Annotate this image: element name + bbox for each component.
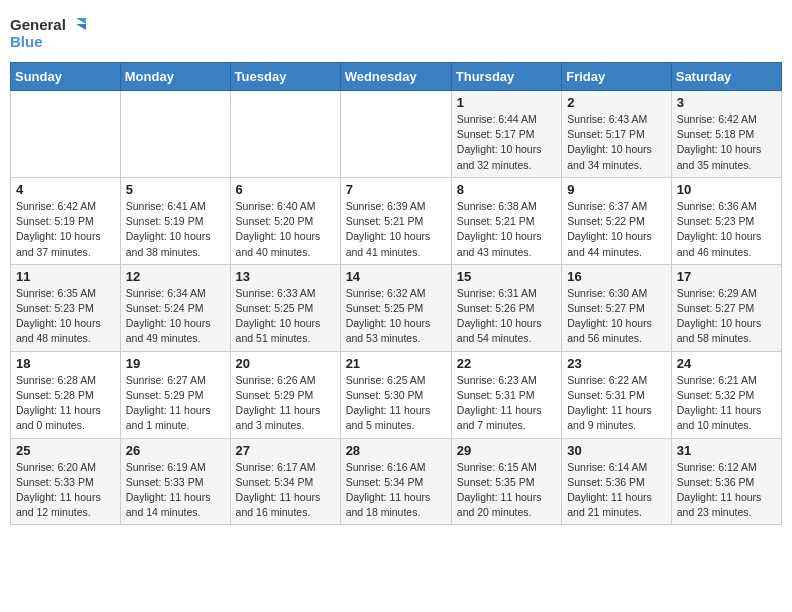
day-cell: 21Sunrise: 6:25 AM Sunset: 5:30 PM Dayli…: [340, 351, 451, 438]
week-row-4: 18Sunrise: 6:28 AM Sunset: 5:28 PM Dayli…: [11, 351, 782, 438]
day-number: 22: [457, 356, 556, 371]
day-cell: 11Sunrise: 6:35 AM Sunset: 5:23 PM Dayli…: [11, 264, 121, 351]
day-number: 3: [677, 95, 776, 110]
day-number: 12: [126, 269, 225, 284]
day-cell: 16Sunrise: 6:30 AM Sunset: 5:27 PM Dayli…: [562, 264, 672, 351]
day-cell: 27Sunrise: 6:17 AM Sunset: 5:34 PM Dayli…: [230, 438, 340, 525]
day-info: Sunrise: 6:21 AM Sunset: 5:32 PM Dayligh…: [677, 373, 776, 434]
day-number: 8: [457, 182, 556, 197]
day-cell: 3Sunrise: 6:42 AM Sunset: 5:18 PM Daylig…: [671, 91, 781, 178]
day-info: Sunrise: 6:14 AM Sunset: 5:36 PM Dayligh…: [567, 460, 666, 521]
day-cell: 2Sunrise: 6:43 AM Sunset: 5:17 PM Daylig…: [562, 91, 672, 178]
day-cell: 17Sunrise: 6:29 AM Sunset: 5:27 PM Dayli…: [671, 264, 781, 351]
day-number: 14: [346, 269, 446, 284]
day-number: 29: [457, 443, 556, 458]
day-info: Sunrise: 6:34 AM Sunset: 5:24 PM Dayligh…: [126, 286, 225, 347]
day-number: 28: [346, 443, 446, 458]
day-info: Sunrise: 6:16 AM Sunset: 5:34 PM Dayligh…: [346, 460, 446, 521]
day-info: Sunrise: 6:42 AM Sunset: 5:18 PM Dayligh…: [677, 112, 776, 173]
day-number: 24: [677, 356, 776, 371]
day-info: Sunrise: 6:22 AM Sunset: 5:31 PM Dayligh…: [567, 373, 666, 434]
day-number: 20: [236, 356, 335, 371]
day-info: Sunrise: 6:26 AM Sunset: 5:29 PM Dayligh…: [236, 373, 335, 434]
day-number: 27: [236, 443, 335, 458]
day-cell: 19Sunrise: 6:27 AM Sunset: 5:29 PM Dayli…: [120, 351, 230, 438]
week-row-2: 4Sunrise: 6:42 AM Sunset: 5:19 PM Daylig…: [11, 177, 782, 264]
day-number: 25: [16, 443, 115, 458]
day-info: Sunrise: 6:32 AM Sunset: 5:25 PM Dayligh…: [346, 286, 446, 347]
day-cell: 26Sunrise: 6:19 AM Sunset: 5:33 PM Dayli…: [120, 438, 230, 525]
day-number: 2: [567, 95, 666, 110]
day-number: 30: [567, 443, 666, 458]
day-cell: 8Sunrise: 6:38 AM Sunset: 5:21 PM Daylig…: [451, 177, 561, 264]
day-number: 19: [126, 356, 225, 371]
svg-text:Blue: Blue: [10, 33, 43, 50]
day-cell: [11, 91, 121, 178]
svg-marker-3: [76, 24, 86, 30]
day-number: 31: [677, 443, 776, 458]
day-number: 11: [16, 269, 115, 284]
logo-icon: General Blue: [10, 14, 90, 54]
day-info: Sunrise: 6:35 AM Sunset: 5:23 PM Dayligh…: [16, 286, 115, 347]
day-number: 15: [457, 269, 556, 284]
day-info: Sunrise: 6:25 AM Sunset: 5:30 PM Dayligh…: [346, 373, 446, 434]
day-info: Sunrise: 6:36 AM Sunset: 5:23 PM Dayligh…: [677, 199, 776, 260]
day-number: 5: [126, 182, 225, 197]
day-number: 4: [16, 182, 115, 197]
calendar-table: SundayMondayTuesdayWednesdayThursdayFrid…: [10, 62, 782, 525]
day-cell: 22Sunrise: 6:23 AM Sunset: 5:31 PM Dayli…: [451, 351, 561, 438]
day-cell: 4Sunrise: 6:42 AM Sunset: 5:19 PM Daylig…: [11, 177, 121, 264]
day-header-tuesday: Tuesday: [230, 63, 340, 91]
day-info: Sunrise: 6:23 AM Sunset: 5:31 PM Dayligh…: [457, 373, 556, 434]
day-cell: 7Sunrise: 6:39 AM Sunset: 5:21 PM Daylig…: [340, 177, 451, 264]
week-row-3: 11Sunrise: 6:35 AM Sunset: 5:23 PM Dayli…: [11, 264, 782, 351]
day-info: Sunrise: 6:27 AM Sunset: 5:29 PM Dayligh…: [126, 373, 225, 434]
day-cell: 15Sunrise: 6:31 AM Sunset: 5:26 PM Dayli…: [451, 264, 561, 351]
day-number: 9: [567, 182, 666, 197]
day-number: 13: [236, 269, 335, 284]
day-cell: 13Sunrise: 6:33 AM Sunset: 5:25 PM Dayli…: [230, 264, 340, 351]
day-info: Sunrise: 6:37 AM Sunset: 5:22 PM Dayligh…: [567, 199, 666, 260]
day-cell: 12Sunrise: 6:34 AM Sunset: 5:24 PM Dayli…: [120, 264, 230, 351]
day-cell: 23Sunrise: 6:22 AM Sunset: 5:31 PM Dayli…: [562, 351, 672, 438]
day-cell: 28Sunrise: 6:16 AM Sunset: 5:34 PM Dayli…: [340, 438, 451, 525]
day-cell: 1Sunrise: 6:44 AM Sunset: 5:17 PM Daylig…: [451, 91, 561, 178]
day-number: 21: [346, 356, 446, 371]
day-number: 23: [567, 356, 666, 371]
svg-marker-2: [76, 18, 86, 24]
day-header-saturday: Saturday: [671, 63, 781, 91]
day-info: Sunrise: 6:17 AM Sunset: 5:34 PM Dayligh…: [236, 460, 335, 521]
day-number: 16: [567, 269, 666, 284]
week-row-5: 25Sunrise: 6:20 AM Sunset: 5:33 PM Dayli…: [11, 438, 782, 525]
day-cell: 29Sunrise: 6:15 AM Sunset: 5:35 PM Dayli…: [451, 438, 561, 525]
day-info: Sunrise: 6:31 AM Sunset: 5:26 PM Dayligh…: [457, 286, 556, 347]
day-cell: 14Sunrise: 6:32 AM Sunset: 5:25 PM Dayli…: [340, 264, 451, 351]
day-cell: 10Sunrise: 6:36 AM Sunset: 5:23 PM Dayli…: [671, 177, 781, 264]
day-info: Sunrise: 6:30 AM Sunset: 5:27 PM Dayligh…: [567, 286, 666, 347]
day-cell: 9Sunrise: 6:37 AM Sunset: 5:22 PM Daylig…: [562, 177, 672, 264]
day-info: Sunrise: 6:43 AM Sunset: 5:17 PM Dayligh…: [567, 112, 666, 173]
week-row-1: 1Sunrise: 6:44 AM Sunset: 5:17 PM Daylig…: [11, 91, 782, 178]
day-cell: 18Sunrise: 6:28 AM Sunset: 5:28 PM Dayli…: [11, 351, 121, 438]
day-info: Sunrise: 6:41 AM Sunset: 5:19 PM Dayligh…: [126, 199, 225, 260]
day-info: Sunrise: 6:29 AM Sunset: 5:27 PM Dayligh…: [677, 286, 776, 347]
day-info: Sunrise: 6:39 AM Sunset: 5:21 PM Dayligh…: [346, 199, 446, 260]
day-info: Sunrise: 6:28 AM Sunset: 5:28 PM Dayligh…: [16, 373, 115, 434]
day-number: 26: [126, 443, 225, 458]
day-cell: 30Sunrise: 6:14 AM Sunset: 5:36 PM Dayli…: [562, 438, 672, 525]
day-number: 7: [346, 182, 446, 197]
day-info: Sunrise: 6:38 AM Sunset: 5:21 PM Dayligh…: [457, 199, 556, 260]
day-header-monday: Monday: [120, 63, 230, 91]
day-number: 17: [677, 269, 776, 284]
day-info: Sunrise: 6:12 AM Sunset: 5:36 PM Dayligh…: [677, 460, 776, 521]
day-cell: [230, 91, 340, 178]
day-number: 10: [677, 182, 776, 197]
day-header-friday: Friday: [562, 63, 672, 91]
day-info: Sunrise: 6:44 AM Sunset: 5:17 PM Dayligh…: [457, 112, 556, 173]
day-cell: 24Sunrise: 6:21 AM Sunset: 5:32 PM Dayli…: [671, 351, 781, 438]
day-cell: 5Sunrise: 6:41 AM Sunset: 5:19 PM Daylig…: [120, 177, 230, 264]
day-info: Sunrise: 6:42 AM Sunset: 5:19 PM Dayligh…: [16, 199, 115, 260]
logo: General Blue: [10, 14, 90, 54]
day-number: 18: [16, 356, 115, 371]
page-header: General Blue: [10, 10, 782, 54]
